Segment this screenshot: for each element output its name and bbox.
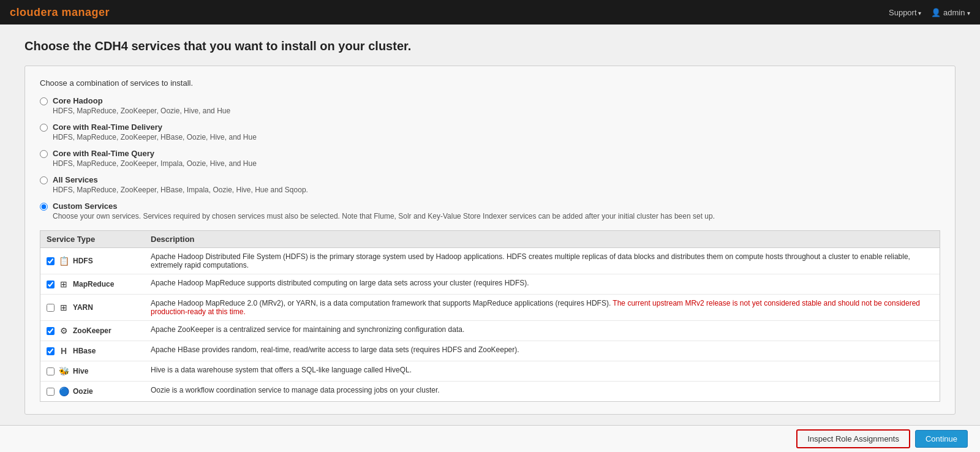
hbase-icon: H	[58, 345, 69, 356]
col-header-desc: Description	[145, 231, 940, 248]
option-core-hadoop: Core Hadoop HDFS, MapReduce, ZooKeeper, …	[40, 96, 940, 115]
admin-menu[interactable]: 👤 admin	[931, 8, 970, 17]
option-custom-services-desc: Choose your own services. Services requi…	[53, 212, 715, 220]
service-desc-oozie: Oozie is a workflow coordination service…	[145, 382, 940, 402]
instruction-text: Choose a combination of services to inst…	[40, 78, 940, 88]
service-name-hdfs: HDFS	[73, 257, 93, 265]
radio-custom-services[interactable]	[40, 203, 48, 211]
service-name-hbase: HBase	[73, 347, 96, 355]
table-row: 🔵OozieOozie is a workflow coordination s…	[40, 382, 940, 402]
table-row: ⊞MapReduceApache Hadoop MapReduce suppor…	[40, 274, 940, 295]
hive-icon: 🐝	[58, 366, 69, 377]
option-core-query-title: Core with Real-Time Query	[53, 149, 257, 158]
radio-core-hadoop[interactable]	[40, 97, 48, 105]
checkbox-yarn[interactable]	[47, 304, 55, 312]
checkbox-hdfs[interactable]	[47, 257, 55, 265]
option-custom-services: Custom Services Choose your own services…	[40, 202, 940, 220]
mapreduce-icon: ⊞	[58, 279, 69, 290]
checkbox-mapreduce[interactable]	[47, 281, 55, 288]
support-menu[interactable]: Support	[889, 8, 921, 17]
service-desc-mapreduce: Apache Hadoop MapReduce supports distrib…	[145, 274, 940, 295]
hdfs-icon: 📋	[58, 255, 69, 266]
table-row: ⚙ZooKeeperApache ZooKeeper is a centrali…	[40, 321, 940, 341]
main-content: Choose the CDH4 services that you want t…	[0, 24, 980, 429]
footer-bar: Inspect Role Assignments Continue	[0, 425, 980, 429]
header-nav: Support 👤 admin	[889, 8, 970, 17]
option-custom-services-title: Custom Services	[53, 202, 715, 211]
table-row: 🐝HiveHive is a data warehouse system tha…	[40, 361, 940, 382]
checkbox-hbase[interactable]	[47, 347, 55, 355]
option-core-delivery-desc: HDFS, MapReduce, ZooKeeper, HBase, Oozie…	[53, 133, 257, 141]
header: cloudera manager Support 👤 admin	[0, 0, 980, 24]
brand-cloudera: cloudera	[10, 6, 58, 18]
service-name-oozie: Oozie	[73, 387, 93, 396]
col-header-type: Service Type	[40, 231, 145, 248]
options-card: Choose a combination of services to inst…	[24, 66, 956, 415]
checkbox-zookeeper[interactable]	[47, 327, 55, 335]
table-row: ⊞YARNApache Hadoop MapReduce 2.0 (MRv2),…	[40, 295, 940, 321]
option-all-services-title: All Services	[53, 175, 308, 184]
radio-all-services[interactable]	[40, 176, 48, 184]
admin-label: admin	[943, 8, 965, 17]
page-title: Choose the CDH4 services that you want t…	[24, 39, 956, 53]
service-desc-hdfs: Apache Hadoop Distributed File System (H…	[145, 248, 940, 274]
service-name-zookeeper: ZooKeeper	[73, 326, 111, 335]
service-warn-yarn: The current upstream MRv2 release is not…	[151, 299, 920, 316]
option-core-query-desc: HDFS, MapReduce, ZooKeeper, Impala, Oozi…	[53, 159, 257, 168]
service-desc-yarn: Apache Hadoop MapReduce 2.0 (MRv2), or Y…	[145, 295, 940, 321]
checkbox-hive[interactable]	[47, 367, 55, 375]
zookeeper-icon: ⚙	[58, 325, 69, 336]
option-core-delivery: Core with Real-Time Delivery HDFS, MapRe…	[40, 122, 940, 141]
service-desc-hbase: Apache HBase provides random, real-time,…	[145, 341, 940, 361]
service-name-yarn: YARN	[73, 303, 93, 312]
checkbox-oozie[interactable]	[47, 388, 55, 396]
option-core-delivery-title: Core with Real-Time Delivery	[53, 122, 257, 132]
service-desc-zookeeper: Apache ZooKeeper is a centralized servic…	[145, 321, 940, 341]
option-core-hadoop-desc: HDFS, MapReduce, ZooKeeper, Oozie, Hive,…	[53, 107, 230, 115]
table-row: 📋HDFSApache Hadoop Distributed File Syst…	[40, 248, 940, 274]
services-table: Service Type Description 📋HDFSApache Had…	[40, 230, 940, 402]
brand-logo: cloudera manager	[10, 6, 110, 19]
yarn-icon: ⊞	[58, 302, 69, 313]
table-row: HHBaseApache HBase provides random, real…	[40, 341, 940, 361]
option-all-services: All Services HDFS, MapReduce, ZooKeeper,…	[40, 175, 940, 194]
brand-manager: manager	[62, 6, 110, 18]
option-all-services-desc: HDFS, MapReduce, ZooKeeper, HBase, Impal…	[53, 186, 308, 194]
service-desc-hive: Hive is a data warehouse system that off…	[145, 361, 940, 382]
option-core-query: Core with Real-Time Query HDFS, MapReduc…	[40, 149, 940, 168]
radio-options-group: Core Hadoop HDFS, MapReduce, ZooKeeper, …	[40, 96, 940, 220]
service-name-hive: Hive	[73, 367, 88, 375]
service-name-mapreduce: MapReduce	[73, 280, 114, 288]
option-core-hadoop-title: Core Hadoop	[53, 96, 230, 105]
user-icon: 👤	[931, 8, 941, 17]
radio-core-delivery[interactable]	[40, 124, 48, 132]
radio-core-query[interactable]	[40, 150, 48, 158]
oozie-icon: 🔵	[58, 386, 69, 397]
